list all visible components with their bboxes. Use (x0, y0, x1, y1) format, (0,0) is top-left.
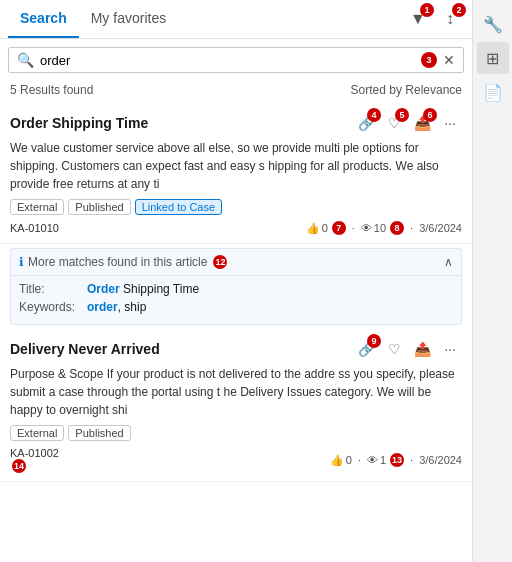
meta-badge-13: 13 (390, 453, 404, 467)
sort-badge: 2 (452, 3, 466, 17)
views-stat-1: 👁 10 8 (361, 221, 404, 235)
views-count-1: 10 (374, 222, 386, 234)
article-date-1: 3/6/2024 (419, 222, 462, 234)
match-row-keywords: Keywords: order, ship (19, 300, 453, 314)
likes-stat-2: 👍 0 (330, 454, 352, 467)
eye-icon-1: 👁 (361, 222, 372, 234)
tab-search[interactable]: Search (8, 0, 79, 38)
tabs-bar: Search My favorites ▼ 1 ↕ 2 (0, 0, 472, 39)
likes-stat-1: 👍 0 7 (306, 221, 346, 235)
highlight-order: Order (87, 282, 120, 296)
match-value-title: Order Shipping Time (87, 282, 199, 296)
article-actions-2: 🔗 9 ♡ 📤 ··· (354, 337, 462, 361)
article-card-2: Delivery Never Arrived 🔗 9 ♡ 📤 ··· (0, 329, 472, 482)
article-tags-2: External Published (10, 425, 462, 441)
match-label-keywords: Keywords: (19, 300, 79, 314)
results-scroll-area[interactable]: Order Shipping Time 🔗 4 ♡ 5 📤 6 (0, 103, 472, 562)
meta-badge-8: 8 (390, 221, 404, 235)
results-count: 5 Results found (10, 83, 93, 97)
share-icon-2: 📤 (414, 341, 431, 357)
likes-count-2: 0 (346, 454, 352, 466)
more-icon-2: ··· (444, 341, 456, 357)
article-title-1[interactable]: Order Shipping Time (10, 115, 148, 131)
like-action-2[interactable]: ♡ (382, 337, 406, 361)
action-badge-6: 6 (423, 108, 437, 122)
views-count-2: 1 (380, 454, 386, 466)
more-matches-body: Title: Order Shipping Time Keywords: ord… (11, 275, 461, 324)
heart-icon-2: ♡ (388, 341, 401, 357)
action-badge-5: 5 (395, 108, 409, 122)
doc-icon: 📄 (483, 83, 503, 102)
article-tags-1: External Published Linked to Case (10, 199, 462, 215)
wrench-icon: 🔧 (483, 15, 503, 34)
search-bar: 🔍 3 ✕ (8, 47, 464, 73)
highlight-order-kw: order (87, 300, 118, 314)
tab-favorites[interactable]: My favorites (79, 0, 178, 38)
action-badge-4: 4 (367, 108, 381, 122)
article-excerpt-2: Purpose & Scope If your product is not d… (10, 365, 462, 419)
article-title-2[interactable]: Delivery Never Arrived (10, 341, 160, 357)
results-header: 5 Results found Sorted by Relevance (0, 81, 472, 103)
article-meta-1: KA-01010 👍 0 7 · 👁 10 8 · 3/6/2024 (10, 221, 462, 235)
more-action-2[interactable]: ··· (438, 337, 462, 361)
sort-label: Sorted by Relevance (351, 83, 462, 97)
thumbs-up-icon-2: 👍 (330, 454, 344, 467)
search-input[interactable] (40, 53, 419, 68)
article-meta-2: KA-01002 14 👍 0 · 👁 1 13 · 3/6/2024 (10, 447, 462, 473)
filter-badge: 1 (420, 3, 434, 17)
more-icon-1: ··· (444, 115, 456, 131)
article-date-2: 3/6/2024 (419, 454, 462, 466)
more-matches-header[interactable]: ℹ More matches found in this article 12 … (11, 249, 461, 275)
grid-icon: ⊞ (486, 49, 499, 68)
search-count-badge: 3 (421, 52, 437, 68)
filter-button[interactable]: ▼ 1 (404, 5, 432, 33)
sidebar-grid-button[interactable]: ⊞ (477, 42, 509, 74)
more-matches-panel: ℹ More matches found in this article 12 … (10, 248, 462, 325)
search-icon: 🔍 (17, 52, 34, 68)
article-card-1: Order Shipping Time 🔗 4 ♡ 5 📤 6 (0, 103, 472, 244)
likes-count-1: 0 (322, 222, 328, 234)
match-label-title: Title: (19, 282, 79, 296)
article-actions-1: 🔗 4 ♡ 5 📤 6 ··· (354, 111, 462, 135)
collapse-icon[interactable]: ∧ (444, 255, 453, 269)
link-action-1[interactable]: 🔗 4 (354, 111, 378, 135)
eye-icon-2: 👁 (367, 454, 378, 466)
article-badge-14: 14 (12, 459, 26, 473)
meta-badge-7: 7 (332, 221, 346, 235)
like-action-1[interactable]: ♡ 5 (382, 111, 406, 135)
tag-linked-1: Linked to Case (135, 199, 222, 215)
link-action-2[interactable]: 🔗 9 (354, 337, 378, 361)
clear-search-icon[interactable]: ✕ (443, 52, 455, 68)
match-row-title: Title: Order Shipping Time (19, 282, 453, 296)
tag-external-2: External (10, 425, 64, 441)
match-value-keywords: order, ship (87, 300, 146, 314)
more-action-1[interactable]: ··· (438, 111, 462, 135)
sidebar-wrench-button[interactable]: 🔧 (477, 8, 509, 40)
article-excerpt-1: We value customer service above all else… (10, 139, 462, 193)
more-matches-label: More matches found in this article (28, 255, 207, 269)
info-icon: ℹ (19, 255, 24, 269)
tag-published-1: Published (68, 199, 130, 215)
sort-button[interactable]: ↕ 2 (436, 5, 464, 33)
thumbs-up-icon-1: 👍 (306, 222, 320, 235)
article-number-1: KA-01010 (10, 222, 59, 234)
article-number-2: KA-01002 14 (10, 447, 59, 473)
article-number-2-text: KA-01002 (10, 447, 59, 459)
sidebar-doc-button[interactable]: 📄 (477, 76, 509, 108)
share-action-2[interactable]: 📤 (410, 337, 434, 361)
action-badge-9: 9 (367, 334, 381, 348)
tag-published-2: Published (68, 425, 130, 441)
tag-external-1: External (10, 199, 64, 215)
sidebar: 🔧 ⊞ 📄 (472, 0, 512, 562)
views-stat-2: 👁 1 13 (367, 453, 404, 467)
more-matches-badge: 12 (213, 255, 227, 269)
share-action-1[interactable]: 📤 6 (410, 111, 434, 135)
